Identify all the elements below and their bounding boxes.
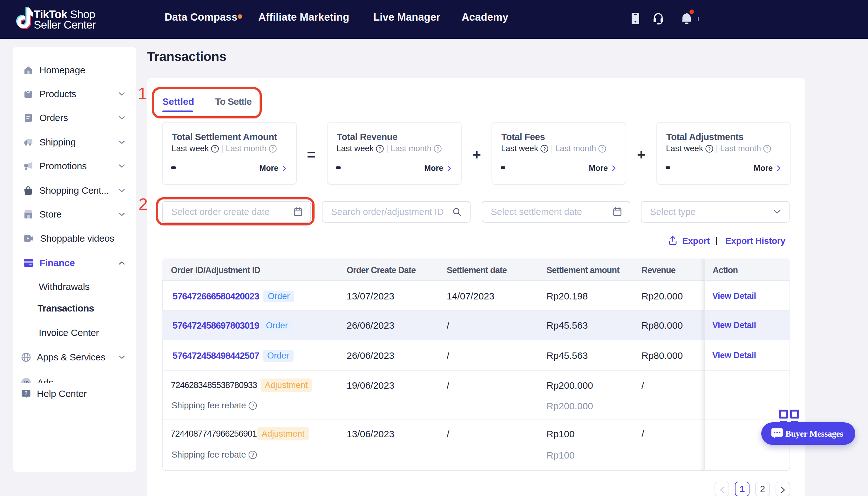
svg-text:?: ? xyxy=(543,146,546,152)
svg-text:?: ? xyxy=(379,146,381,152)
svg-text:?: ? xyxy=(766,146,768,152)
svg-text:?: ? xyxy=(437,146,439,152)
svg-text:?: ? xyxy=(251,403,254,408)
svg-text:?: ? xyxy=(214,146,216,152)
svg-text:?: ? xyxy=(601,146,604,152)
svg-text:?: ? xyxy=(272,146,274,152)
svg-text:?: ? xyxy=(25,391,28,396)
svg-text:?: ? xyxy=(708,146,711,152)
svg-text:?: ? xyxy=(251,452,254,458)
